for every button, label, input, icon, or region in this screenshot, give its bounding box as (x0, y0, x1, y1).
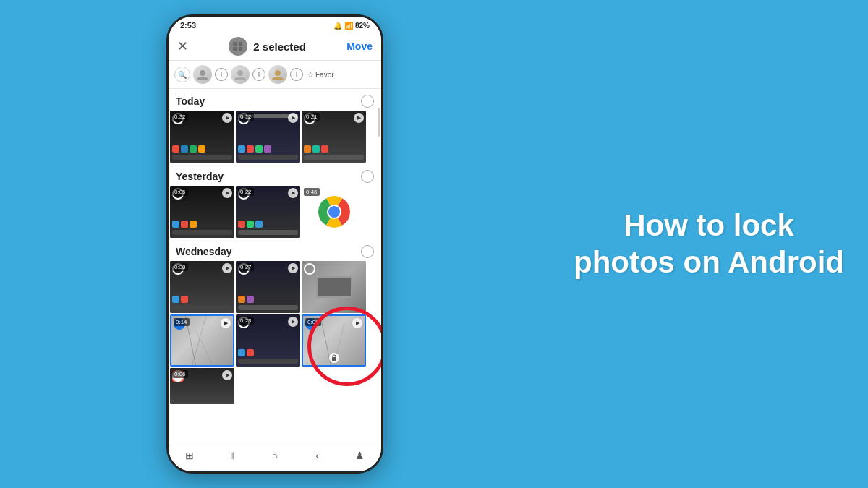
phone-frame: 2:53 🔔 📶 82% ✕ 2 selected Move 🔍 (166, 14, 383, 474)
duration-yesterday-3: 0:46 (304, 188, 320, 196)
play-icon-today-1: ▶ (222, 113, 232, 123)
add-album-button-3[interactable]: + (290, 68, 303, 81)
duration-today-2: 0:12 (238, 113, 254, 121)
duration-wed-2: 0:27 (238, 263, 254, 271)
svg-rect-1 (239, 42, 242, 46)
scrollbar (378, 108, 380, 137)
photo-today-2[interactable]: 0:12 ▶ (236, 111, 300, 163)
move-button[interactable]: Move (346, 40, 373, 52)
photo-yesterday-1[interactable]: 0:05 ▶ (170, 186, 234, 238)
duration-today-1: 0:32 (172, 113, 188, 121)
photo-wed-5[interactable]: 0:23 ▶ (236, 314, 300, 367)
avatar-1[interactable] (193, 65, 212, 84)
photo-yesterday-2[interactable]: 0:22 ▶ (236, 186, 300, 238)
play-icon-yesterday-1: ▶ (222, 188, 232, 198)
check-wed-3 (304, 263, 315, 275)
photo-today-1[interactable]: 0:32 ▶ (170, 111, 234, 163)
add-album-button[interactable]: + (215, 68, 228, 81)
svg-point-9 (328, 206, 340, 218)
wednesday-select-circle[interactable] (361, 245, 374, 258)
play-icon-wed-4: ▶ (221, 318, 231, 328)
photo-wed-7[interactable]: 0:06 ▶ (170, 368, 234, 404)
headline-line1: How to lock (624, 208, 794, 242)
wednesday-grid: 0:38 ▶ 0:27 ▶ (169, 261, 381, 406)
close-button[interactable]: ✕ (177, 38, 188, 54)
search-icon: 🔍 (178, 71, 187, 79)
today-section-header: Today (169, 89, 381, 111)
svg-point-4 (200, 70, 205, 76)
selection-info: 2 selected (229, 37, 306, 56)
svg-line-12 (192, 316, 206, 365)
photo-yesterday-3-chrome[interactable]: 0:46 (302, 186, 366, 238)
lock-icon-svg (331, 354, 337, 361)
duration-wed-4: 0:14 (174, 318, 190, 326)
nav-home-button[interactable]: ○ (263, 447, 286, 464)
selected-count-text: 2 selected (253, 40, 306, 53)
wifi-icon: 📶 (344, 22, 353, 30)
lock-icon-badge (329, 353, 339, 363)
photo-wed-6-selected[interactable]: ✓ 0:05 ▶ (302, 314, 366, 367)
today-label: Today (176, 95, 205, 107)
svg-rect-2 (233, 47, 237, 51)
selection-icon (229, 37, 247, 56)
duration-today-3: 0:21 (304, 113, 320, 121)
svg-point-6 (275, 70, 281, 76)
play-icon-yesterday-2: ▶ (288, 188, 298, 198)
play-icon-wed-7: ▶ (222, 370, 232, 380)
phone-area: 2:53 🔔 📶 82% ✕ 2 selected Move 🔍 (0, 0, 550, 488)
gallery-content: Today (169, 89, 381, 442)
yesterday-label: Yesterday (176, 171, 224, 182)
play-icon-wed-2: ▶ (288, 263, 298, 273)
svg-line-11 (196, 330, 213, 365)
play-icon-wed-5: ▶ (288, 317, 298, 327)
nav-list-button[interactable]: ⫴ (221, 447, 244, 464)
headline: How to lock photos on Android (574, 207, 844, 281)
status-bar: 2:53 🔔 📶 82% (169, 17, 381, 33)
svg-rect-0 (233, 42, 237, 46)
duration-wed-6: 0:05 (305, 318, 321, 326)
wednesday-section-header: Wednesday (169, 239, 381, 261)
play-icon-wed-6: ▶ (352, 318, 362, 328)
text-area: How to lock photos on Android (550, 0, 868, 488)
svg-rect-3 (239, 47, 242, 51)
yesterday-section-header: Yesterday (169, 164, 381, 186)
yesterday-grid: 0:05 ▶ 0:22 ▶ (169, 186, 381, 239)
battery-text: 82% (355, 22, 370, 30)
nav-back-button[interactable]: ‹ (306, 447, 329, 464)
notification-icon: 🔔 (333, 22, 342, 30)
photo-wed-4-selected[interactable]: ✓ 0:14 ▶ (170, 314, 234, 367)
quick-access-row: 🔍 + + + ☆ Favor (169, 61, 381, 89)
wednesday-label: Wednesday (176, 246, 232, 257)
add-album-button-2[interactable]: + (252, 68, 265, 81)
headline-line2: photos on Android (574, 245, 844, 279)
nav-grid-button[interactable]: ⊞ (178, 447, 201, 464)
favorites-label: Favor (315, 71, 334, 79)
photo-wed-2[interactable]: 0:27 ▶ (236, 261, 300, 313)
avatar-3[interactable] (268, 65, 287, 84)
play-icon-today-3: ▶ (354, 113, 364, 123)
photo-wed-1[interactable]: 0:38 ▶ (170, 261, 234, 313)
photo-today-3[interactable]: 0:21 ▶ (302, 111, 366, 163)
duration-wed-7: 0:06 (172, 370, 188, 378)
search-button[interactable]: 🔍 (174, 67, 190, 82)
status-icons: 🔔 📶 82% (333, 22, 370, 30)
bottom-nav: ⊞ ⫴ ○ ‹ ♟ (169, 442, 381, 471)
svg-point-5 (237, 70, 243, 76)
play-icon-wed-1: ▶ (222, 263, 232, 273)
chrome-svg (318, 196, 350, 228)
play-icon-today-2: ▶ (288, 113, 298, 123)
status-time: 2:53 (180, 21, 196, 30)
avatar-2[interactable] (231, 65, 250, 84)
duration-wed-5: 0:23 (238, 317, 254, 325)
selection-bar: ✕ 2 selected Move (169, 33, 381, 61)
svg-rect-15 (332, 357, 336, 361)
photo-wed-3-laptop[interactable] (302, 261, 366, 313)
today-select-circle[interactable] (361, 95, 374, 108)
duration-wed-1: 0:38 (172, 263, 188, 271)
nav-accessibility-button[interactable]: ♟ (349, 447, 372, 464)
favorites-tab[interactable]: ☆ Favor (307, 71, 334, 79)
star-icon: ☆ (307, 71, 314, 79)
duration-yesterday-2: 0:22 (238, 188, 254, 196)
yesterday-select-circle[interactable] (361, 170, 374, 183)
today-grid: 0:32 ▶ 0 (169, 111, 381, 164)
